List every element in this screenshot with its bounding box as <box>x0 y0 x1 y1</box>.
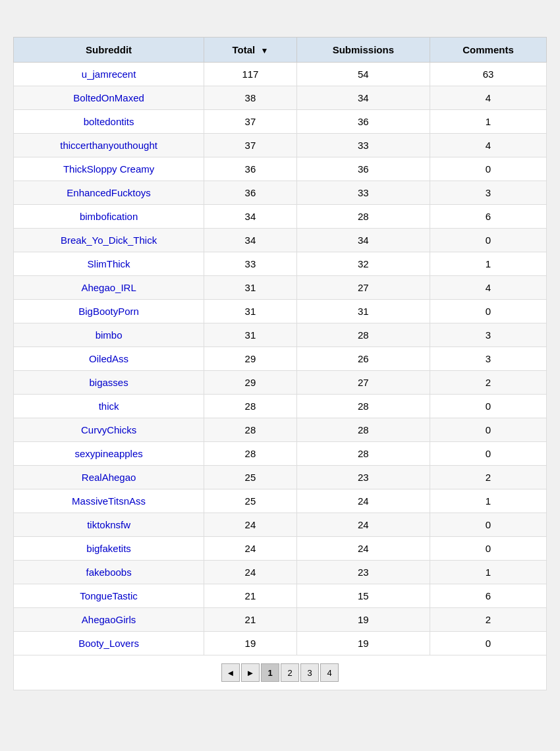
subreddit-name-cell[interactable]: Booty_Lovers <box>14 632 204 655</box>
subreddit-link[interactable]: bigfaketits <box>86 543 131 554</box>
subreddit-name-cell[interactable]: EnhancedFucktoys <box>14 181 204 205</box>
page-3-button[interactable]: 3 <box>300 663 319 682</box>
comments-cell: 0 <box>430 157 547 181</box>
subreddit-name-cell[interactable]: tiktoknsfw <box>14 513 204 537</box>
comments-cell: 0 <box>430 513 547 537</box>
subreddit-link[interactable]: EnhancedFucktoys <box>67 187 151 198</box>
subreddit-link[interactable]: AhegaoGirls <box>82 614 136 625</box>
subreddit-name-cell[interactable]: BigBootyPorn <box>14 300 204 323</box>
table-row: bimbofication34286 <box>14 205 547 229</box>
subreddit-link[interactable]: bigasses <box>89 377 128 388</box>
subreddit-link[interactable]: BoltedOnMaxed <box>73 92 144 103</box>
subreddit-link[interactable]: thiccerthanyouthought <box>60 140 157 151</box>
subreddit-name-cell[interactable]: RealAhegao <box>14 466 204 489</box>
subreddit-link[interactable]: Ahegao_IRL <box>81 282 136 293</box>
subreddit-link[interactable]: fakeboobs <box>86 567 131 578</box>
total-cell: 21 <box>204 584 297 608</box>
comments-cell: 0 <box>430 300 547 323</box>
comments-cell: 1 <box>430 110 547 134</box>
submissions-cell: 28 <box>296 205 430 229</box>
subreddit-name-cell[interactable]: CurvyChicks <box>14 418 204 442</box>
page-2-button[interactable]: 2 <box>281 663 299 682</box>
table-row: thiccerthanyouthought37334 <box>14 134 547 157</box>
subreddit-link[interactable]: bimbo <box>96 329 123 341</box>
subreddit-name-cell[interactable]: u_jamrecent <box>14 63 204 86</box>
subreddit-name-cell[interactable]: MassiveTitsnAss <box>14 489 204 513</box>
submissions-cell: 19 <box>296 608 430 632</box>
subreddit-name-cell[interactable]: bimbo <box>14 323 204 347</box>
next-page-button[interactable]: ► <box>241 663 260 682</box>
subreddit-link[interactable]: TongueTastic <box>80 590 138 601</box>
main-container: Subreddit Total ▼ Submissions Comments u… <box>13 13 547 690</box>
total-cell: 29 <box>204 371 297 395</box>
comments-cell: 0 <box>430 537 547 561</box>
subreddit-link[interactable]: thick <box>99 401 119 412</box>
subreddit-name-cell[interactable]: sexypineapples <box>14 442 204 466</box>
table-row: thick28280 <box>14 395 547 418</box>
subreddit-name-cell[interactable]: Ahegao_IRL <box>14 276 204 300</box>
table-header-row: Subreddit Total ▼ Submissions Comments <box>14 38 547 63</box>
subreddit-name-cell[interactable]: ThickSloppy Creamy <box>14 157 204 181</box>
subreddit-link[interactable]: bimbofication <box>80 211 138 222</box>
table-row: bigfaketits24240 <box>14 537 547 561</box>
page-4-button[interactable]: 4 <box>320 663 339 682</box>
subreddit-link[interactable]: Booty_Lovers <box>78 638 139 649</box>
col-comments: Comments <box>430 38 547 63</box>
submissions-cell: 34 <box>296 86 430 110</box>
subreddit-link[interactable]: MassiveTitsnAss <box>72 495 146 507</box>
page-title <box>13 13 547 37</box>
subreddit-link[interactable]: ThickSloppy Creamy <box>63 163 154 175</box>
subreddit-link[interactable]: RealAhegao <box>82 472 136 483</box>
comments-cell: 1 <box>430 489 547 513</box>
subreddit-name-cell[interactable]: OiledAss <box>14 347 204 371</box>
subreddit-name-cell[interactable]: AhegaoGirls <box>14 608 204 632</box>
submissions-cell: 24 <box>296 489 430 513</box>
total-cell: 31 <box>204 276 297 300</box>
table-row: RealAhegao25232 <box>14 466 547 489</box>
subreddit-name-cell[interactable]: thick <box>14 395 204 418</box>
comments-cell: 2 <box>430 608 547 632</box>
prev-page-button[interactable]: ◄ <box>221 663 240 682</box>
total-cell: 34 <box>204 229 297 252</box>
subreddit-name-cell[interactable]: bigfaketits <box>14 537 204 561</box>
submissions-cell: 23 <box>296 561 430 584</box>
table-row: bigasses29272 <box>14 371 547 395</box>
table-row: TongueTastic21156 <box>14 584 547 608</box>
subreddit-link[interactable]: sexypineapples <box>74 448 142 459</box>
subreddit-name-cell[interactable]: Break_Yo_Dick_Thick <box>14 229 204 252</box>
subreddit-link[interactable]: Break_Yo_Dick_Thick <box>61 235 157 246</box>
subreddit-name-cell[interactable]: bimbofication <box>14 205 204 229</box>
comments-cell: 2 <box>430 371 547 395</box>
subreddit-link[interactable]: OiledAss <box>89 353 128 364</box>
comments-cell: 4 <box>430 276 547 300</box>
comments-cell: 0 <box>430 229 547 252</box>
total-cell: 37 <box>204 134 297 157</box>
col-subreddit: Subreddit <box>14 38 204 63</box>
col-total[interactable]: Total ▼ <box>204 38 297 63</box>
total-cell: 28 <box>204 418 297 442</box>
comments-cell: 0 <box>430 395 547 418</box>
subreddit-link[interactable]: boltedontits <box>84 116 134 127</box>
submissions-cell: 28 <box>296 323 430 347</box>
page-1-button[interactable]: 1 <box>261 663 279 682</box>
subreddit-link[interactable]: SlimThick <box>88 258 130 269</box>
subreddit-name-cell[interactable]: boltedontits <box>14 110 204 134</box>
table-row: OiledAss29263 <box>14 347 547 371</box>
comments-cell: 0 <box>430 418 547 442</box>
total-cell: 34 <box>204 205 297 229</box>
subreddit-name-cell[interactable]: bigasses <box>14 371 204 395</box>
subreddit-link[interactable]: u_jamrecent <box>82 69 136 80</box>
subreddit-link[interactable]: BigBootyPorn <box>78 306 139 317</box>
total-cell: 31 <box>204 323 297 347</box>
comments-cell: 3 <box>430 181 547 205</box>
subreddit-name-cell[interactable]: thiccerthanyouthought <box>14 134 204 157</box>
subreddit-name-cell[interactable]: fakeboobs <box>14 561 204 584</box>
comments-cell: 63 <box>430 63 547 86</box>
submissions-cell: 15 <box>296 584 430 608</box>
subreddit-name-cell[interactable]: SlimThick <box>14 252 204 276</box>
total-cell: 28 <box>204 442 297 466</box>
subreddit-name-cell[interactable]: TongueTastic <box>14 584 204 608</box>
subreddit-name-cell[interactable]: BoltedOnMaxed <box>14 86 204 110</box>
subreddit-link[interactable]: CurvyChicks <box>81 424 136 435</box>
subreddit-link[interactable]: tiktoknsfw <box>87 519 130 530</box>
